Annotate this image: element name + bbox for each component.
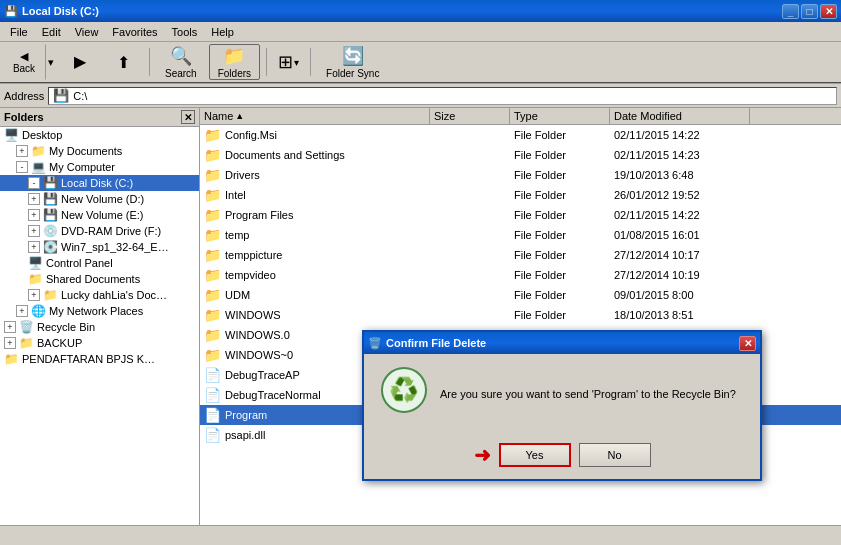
dialog-body: ♻️ Are you sure you want to send 'Progra…: [364, 354, 760, 435]
dialog-title-text: Confirm File Delete: [386, 337, 486, 349]
yes-button[interactable]: Yes: [499, 443, 571, 467]
arrow-indicator: ➜: [474, 443, 491, 467]
no-button[interactable]: No: [579, 443, 651, 467]
dialog-title-bar: 🗑️ Confirm File Delete ✕: [364, 332, 760, 354]
dialog-recycle-icon: ♻️: [380, 366, 428, 423]
confirm-delete-dialog: 🗑️ Confirm File Delete ✕ ♻️ Are you sure…: [362, 330, 762, 481]
svg-text:♻️: ♻️: [389, 375, 419, 404]
dialog-message: Are you sure you want to send 'Program' …: [440, 387, 736, 402]
dialog-title-icon: 🗑️: [368, 337, 382, 350]
dialog-overlay: 🗑️ Confirm File Delete ✕ ♻️ Are you sure…: [0, 0, 841, 545]
dialog-buttons: ➜ Yes No: [364, 435, 760, 479]
dialog-close-button[interactable]: ✕: [739, 336, 756, 351]
